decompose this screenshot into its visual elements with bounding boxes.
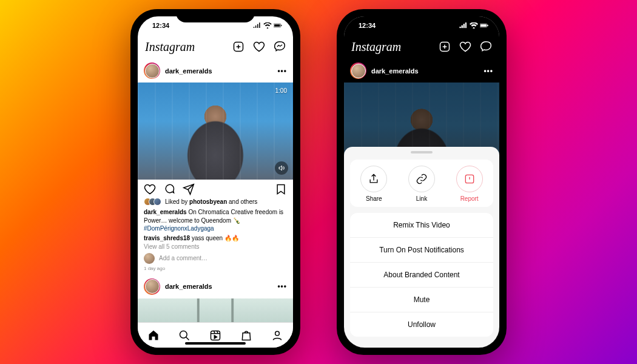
phone-right: 12:34 Instagram dark_emeralds •••	[337, 9, 507, 355]
status-time: 12:34	[359, 22, 376, 29]
comment[interactable]: travis_shreds18 yass queen 🔥🔥	[138, 235, 293, 243]
sheet-share-label: Share	[366, 195, 382, 202]
messenger-icon[interactable]	[274, 41, 286, 53]
action-sheet: Share Link Report Remix This Video Turn …	[344, 147, 499, 348]
sheet-handle[interactable]	[411, 151, 433, 153]
tab-home-icon[interactable]	[147, 329, 160, 342]
sheet-share-button[interactable]: Share	[360, 166, 387, 202]
phone-left: 12:34 Instagram dark_emeralds ••• 1	[130, 9, 300, 355]
more-icon[interactable]: •••	[277, 282, 287, 291]
app-logo: Instagram	[145, 40, 195, 54]
add-comment-placeholder: Add a comment…	[159, 255, 207, 261]
likes-text: Liked by photosbyean and others	[165, 198, 257, 205]
post-header[interactable]: dark_emeralds •••	[138, 275, 293, 298]
app-logo: Instagram	[351, 40, 401, 54]
link-icon	[416, 173, 428, 185]
sheet-link-label: Link	[416, 195, 427, 202]
app-header: Instagram	[138, 35, 293, 59]
tab-shop-icon[interactable]	[240, 329, 252, 342]
post-username: dark_emeralds	[371, 67, 479, 75]
messenger-icon[interactable]	[480, 41, 492, 53]
post-header[interactable]: dark_emeralds •••	[138, 59, 293, 83]
cellular-icon	[253, 22, 261, 29]
post-username[interactable]: dark_emeralds	[165, 283, 272, 290]
feed[interactable]: dark_emeralds ••• 1:00	[138, 59, 293, 322]
add-comment-input[interactable]: Add a comment…	[138, 252, 293, 266]
svg-rect-2	[281, 25, 281, 26]
device-notch	[382, 9, 461, 22]
more-icon[interactable]: •••	[277, 67, 287, 75]
wifi-icon	[263, 22, 272, 29]
sheet-icon-row: Share Link Report	[350, 160, 493, 207]
save-icon[interactable]	[275, 183, 287, 195]
create-icon[interactable]	[439, 41, 451, 53]
activity-icon[interactable]	[253, 41, 265, 53]
post-timestamp: 1 day ago	[138, 266, 293, 275]
sheet-item-branded[interactable]: About Branded Content	[350, 263, 493, 288]
sheet-item-notifications[interactable]: Turn On Post Notifications	[350, 238, 493, 263]
tab-search-icon[interactable]	[178, 329, 190, 342]
view-comments-link[interactable]: View all 5 comments	[138, 243, 293, 252]
status-time: 12:34	[152, 22, 169, 29]
post-video[interactable]	[138, 298, 293, 323]
hashtag-link[interactable]: #DomPérignonxLadygaga	[144, 225, 214, 232]
svg-point-6	[275, 331, 280, 335]
activity-icon[interactable]	[459, 41, 471, 53]
sheet-item-remix[interactable]: Remix This Video	[350, 213, 493, 238]
sound-icon[interactable]	[275, 161, 288, 175]
post-video[interactable]: 1:00	[138, 83, 293, 180]
battery-icon	[480, 22, 488, 29]
svg-rect-1	[274, 24, 280, 27]
app-header: Instagram	[344, 35, 499, 59]
device-notch	[176, 9, 255, 22]
share-icon[interactable]	[183, 183, 195, 195]
sheet-link-button[interactable]: Link	[408, 166, 435, 202]
post-caption[interactable]: dark_emeralds On Chromatica Creative fre…	[138, 208, 293, 235]
svg-point-4	[180, 331, 187, 338]
avatar[interactable]	[144, 278, 160, 295]
avatar	[350, 62, 366, 79]
svg-rect-5	[211, 331, 220, 340]
home-indicator	[185, 342, 246, 345]
sheet-report-label: Report	[460, 195, 479, 202]
sheet-list: Remix This Video Turn On Post Notificati…	[350, 213, 493, 337]
avatar[interactable]	[144, 62, 160, 79]
sheet-item-mute[interactable]: Mute	[350, 288, 493, 312]
video-duration: 1:00	[275, 87, 287, 94]
post-actions	[138, 180, 293, 198]
me-avatar	[144, 253, 155, 264]
likes-row[interactable]: Liked by photosbyean and others	[138, 198, 293, 208]
wifi-icon	[470, 22, 478, 29]
sheet-item-unfollow[interactable]: Unfollow	[350, 312, 493, 337]
like-icon[interactable]	[144, 183, 156, 195]
post-username[interactable]: dark_emeralds	[165, 67, 272, 75]
post-header: dark_emeralds •••	[344, 59, 499, 83]
cellular-icon	[459, 22, 468, 29]
report-icon	[463, 173, 476, 185]
tab-profile-icon[interactable]	[271, 329, 283, 342]
battery-icon	[274, 22, 282, 29]
svg-rect-8	[480, 24, 486, 27]
share-up-icon	[368, 173, 380, 185]
svg-rect-9	[487, 25, 488, 26]
create-icon[interactable]	[232, 41, 244, 53]
more-icon: •••	[484, 67, 493, 75]
sheet-report-button[interactable]: Report	[456, 166, 483, 202]
like-avatar	[153, 198, 161, 206]
comment-icon[interactable]	[163, 183, 175, 195]
tab-reels-icon[interactable]	[209, 329, 221, 342]
